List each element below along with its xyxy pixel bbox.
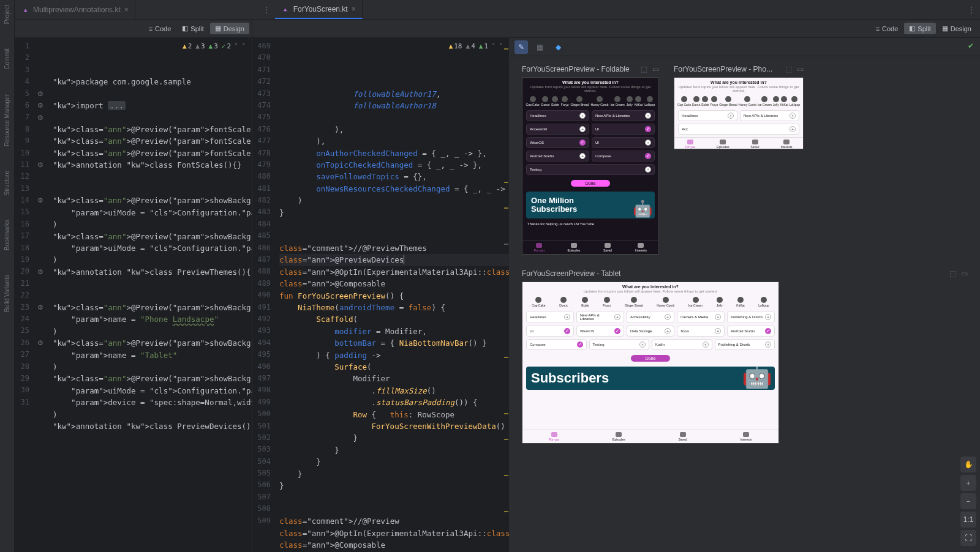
- bottom-nav: For youEpisodesSavedInterests: [674, 137, 803, 151]
- rail-build-variants[interactable]: Build Variants: [4, 275, 10, 312]
- view-split-button[interactable]: ◧Split: [904, 23, 935, 34]
- gutter-preview-icon[interactable]: ⚙: [37, 90, 43, 98]
- topic-chips: Headlines+New APIs & Libraries+Accessibi…: [522, 108, 658, 177]
- preview-foldable: ForYouScreenPreview - Foldable ⬚ ▭ What …: [522, 65, 659, 255]
- inspection-widget[interactable]: ▲2 ▲3 ▲3 ✓2 ˄ ˅: [180, 39, 248, 53]
- file-tab-label: MultipreviewAnnotations.kt: [33, 6, 121, 14]
- device-frame[interactable]: What are you interested in? Updates from…: [522, 282, 779, 444]
- rail-resource-manager[interactable]: Resource Manager: [4, 94, 10, 146]
- deploy-icon[interactable]: ⬚: [641, 65, 647, 73]
- view-design-button[interactable]: ▦Design: [210, 23, 249, 34]
- compose-preview-pane: ✎ ▦ ◆ ✔ ForYouScreenPreview - Foldable ⬚…: [510, 38, 980, 552]
- check-icon: ✓: [222, 40, 226, 52]
- editor-left[interactable]: 1234567891011121314151617181920212223242…: [15, 38, 252, 552]
- deploy-icon[interactable]: ⬚: [785, 65, 792, 73]
- code-body-left[interactable]: ▲2 ▲3 ▲3 ✓2 ˄ ˅ "kw">package com.google.…: [48, 38, 252, 552]
- kotlin-file-icon: ⟁: [21, 6, 29, 14]
- view-mode-row: ≡Code ◧Split ▦Design ≡Code ◧Split ▦Desig…: [15, 20, 980, 38]
- deploy-icon[interactable]: ⬚: [949, 269, 956, 278]
- typo-icon: ▲: [209, 40, 213, 52]
- avatar-row: Cup CakeDonutEclairFroyoGinger BreadHone…: [674, 95, 803, 108]
- preview-canvas[interactable]: ForYouScreenPreview - Foldable ⬚ ▭ What …: [510, 56, 980, 552]
- android-confetti-art: 🤖: [742, 367, 772, 390]
- editor-tabs-bar: ⟁ MultipreviewAnnotations.kt × ⋮ ⟁ ForYo…: [15, 0, 980, 20]
- gutter-preview-icon[interactable]: ⚙: [37, 268, 43, 276]
- gutter-preview-icon[interactable]: ⚙: [37, 161, 43, 169]
- topic-chips: Headlines+New APIs & Libraries+Acc+: [674, 108, 803, 137]
- bottom-nav: For youEpisodesSavedInterests: [522, 430, 778, 443]
- left-tool-rail: Project Commit Resource Manager Structur…: [0, 0, 15, 552]
- rail-project[interactable]: Project: [4, 5, 10, 24]
- grid-icon[interactable]: ▦: [533, 40, 546, 54]
- chevron-up-icon[interactable]: ˄: [235, 40, 238, 52]
- gutter-preview-icon[interactable]: ⚙: [37, 114, 43, 122]
- design-icon: ▦: [942, 24, 948, 32]
- line-number-gutter: 1234567891011121314151617181920212223242…: [15, 38, 33, 552]
- gutter-preview-icon[interactable]: ⚙: [37, 102, 43, 110]
- line-number-gutter: 4694704714724734744754764774784794804814…: [252, 38, 274, 552]
- device-frame[interactable]: What are you interested in? Updates from…: [674, 77, 804, 149]
- rail-commit[interactable]: Commit: [4, 48, 10, 69]
- preview-toolbar: ✎ ▦ ◆ ✔: [510, 38, 980, 56]
- split-icon: ◧: [182, 24, 188, 32]
- preview-phone: ForYouScreenPreview - Pho... ⬚ ▭ What ar…: [674, 65, 804, 255]
- close-icon[interactable]: ×: [124, 6, 129, 14]
- bottom-nav: For youEpisodesSavedInterests: [522, 241, 658, 254]
- gutter-preview-icon[interactable]: ⚙: [37, 196, 43, 204]
- animation-icon[interactable]: ▭: [797, 65, 804, 73]
- gutter-preview-icon[interactable]: ⚙: [37, 339, 43, 347]
- pan-icon[interactable]: ✋: [960, 457, 976, 472]
- code-icon: ≡: [149, 25, 153, 32]
- error-stripe[interactable]: [503, 38, 509, 552]
- hero-card: Subscribers 🤖: [526, 367, 775, 390]
- close-icon[interactable]: ×: [352, 5, 356, 13]
- kotlin-file-icon: ⟁: [281, 5, 290, 13]
- view-code-button[interactable]: ≡Code: [144, 23, 176, 34]
- view-toggle-left: ≡Code ◧Split ▦Design: [15, 20, 252, 38]
- preview-title: ForYouScreenPreview - Pho...: [674, 65, 772, 73]
- rail-structure[interactable]: Structure: [4, 171, 10, 196]
- animation-icon[interactable]: ▭: [652, 65, 659, 73]
- editor-right[interactable]: 4694704714724734744754764774784794804814…: [252, 38, 510, 552]
- gutter-preview-icon[interactable]: ⚙: [37, 304, 43, 311]
- view-toggle-right: ≡Code ◧Split ▦Design: [252, 20, 980, 38]
- weak-warning-icon: ▲: [195, 40, 200, 52]
- chevron-up-icon[interactable]: ˄: [492, 40, 496, 52]
- tab-menu-icon[interactable]: ⋮: [258, 0, 275, 19]
- view-design-button[interactable]: ▦Design: [937, 23, 976, 34]
- preview-title: ForYouScreenPreview - Tablet: [522, 269, 620, 278]
- topic-chips: Headlines+New APIs & Libraries+Accessibi…: [522, 308, 778, 352]
- view-split-button[interactable]: ◧Split: [177, 23, 208, 34]
- inspection-widget[interactable]: ▲18 ▲4 ▲1 ˄ ˅: [447, 39, 505, 53]
- layers-icon[interactable]: ◆: [551, 40, 565, 54]
- warning-icon: ▲: [449, 40, 453, 52]
- split-panes: 1234567891011121314151617181920212223242…: [15, 38, 980, 552]
- zoom-ratio[interactable]: 1:1: [960, 512, 976, 528]
- avatar-row: Cup CakeDonutEclairFroyoGinger BreadHone…: [522, 296, 778, 308]
- device-frame[interactable]: What are you interested in? Updates from…: [522, 77, 659, 255]
- weak-warning-icon: ▲: [466, 40, 470, 52]
- preview-zoom-controls: ✋ ＋ － 1:1 ⛶: [960, 457, 976, 546]
- main-area: ⟁ MultipreviewAnnotations.kt × ⋮ ⟁ ForYo…: [15, 0, 980, 552]
- file-tab-foryouscreen[interactable]: ⟁ ForYouScreen.kt ×: [275, 0, 363, 19]
- code-icon: ≡: [876, 25, 880, 32]
- split-icon: ◧: [909, 24, 915, 32]
- chevron-down-icon[interactable]: ˅: [242, 40, 246, 52]
- android-confetti-art: 🤖: [633, 200, 652, 218]
- code-body-right[interactable]: ▲18 ▲4 ▲1 ˄ ˅: [274, 38, 509, 552]
- interactive-mode-icon[interactable]: ✎: [514, 40, 528, 54]
- zoom-in-icon[interactable]: ＋: [960, 475, 976, 491]
- build-ok-icon: ✔: [968, 42, 974, 50]
- animation-icon[interactable]: ▭: [961, 269, 968, 278]
- rail-bookmarks[interactable]: Bookmarks: [4, 220, 10, 250]
- file-tab-multipreview[interactable]: ⟁ MultipreviewAnnotations.kt ×: [15, 0, 135, 19]
- preview-tablet: ForYouScreenPreview - Tablet ⬚ ▭ What ar…: [522, 269, 968, 444]
- tab-menu-icon[interactable]: ⋮: [963, 0, 980, 19]
- typo-icon: ▲: [479, 40, 483, 52]
- done-button: Done: [571, 180, 611, 187]
- zoom-fit-icon[interactable]: ⛶: [960, 530, 976, 546]
- view-code-button[interactable]: ≡Code: [871, 23, 903, 34]
- design-icon: ▦: [215, 24, 221, 32]
- hero-card: One Million Subscribers 🤖: [526, 192, 655, 218]
- zoom-out-icon[interactable]: －: [960, 493, 976, 509]
